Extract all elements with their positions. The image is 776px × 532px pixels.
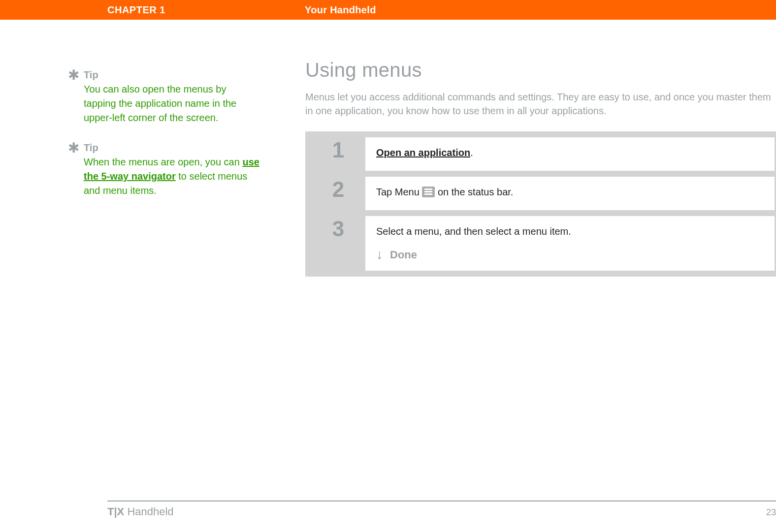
chapter-header: CHAPTER 1 Your Handheld [0, 0, 776, 20]
footer-product-bold: T|X [107, 505, 124, 518]
sidebar-tip: ✱ Tip When the menus are open, you can u… [84, 141, 261, 198]
step-row: 3 Select a menu, and then select a menu … [311, 216, 775, 271]
tip-text: You can also open the menus by tapping t… [84, 84, 236, 123]
tip-head: ✱ Tip [84, 141, 261, 155]
sidebar-tip: ✱ Tip You can also open the menus by tap… [84, 68, 261, 125]
step-number: 3 [332, 218, 344, 271]
step-row: 1 Open an application. [311, 137, 775, 171]
page-footer: T|X Handheld 23 [107, 501, 776, 518]
tip-text: When the menus are open, you can [84, 156, 242, 167]
step-text: Tap Menu [376, 187, 422, 197]
asterisk-icon: ✱ [68, 141, 79, 155]
step-number-cell: 2 [311, 177, 365, 210]
sidebar: ✱ Tip You can also open the menus by tap… [84, 68, 261, 214]
main-column: Using menus Menus let you access additio… [305, 59, 776, 277]
tip-label: Tip [84, 69, 98, 80]
footer-rule [107, 501, 776, 501]
footer-product: T|X Handheld [107, 505, 174, 518]
tip-body: When the menus are open, you can use the… [84, 155, 261, 198]
step-text: on the status bar. [438, 187, 513, 197]
step-number: 2 [332, 179, 344, 210]
arrow-down-icon: ↓ [376, 248, 383, 261]
step-row: 2 Tap Menu on the status bar. [311, 177, 775, 210]
chapter-topic: Your Handheld [305, 4, 376, 16]
step-body: Tap Menu on the status bar. [365, 177, 775, 207]
step-number-cell: 1 [311, 137, 365, 171]
step-number: 1 [332, 139, 344, 171]
step-body: Open an application. [365, 137, 775, 167]
menu-icon [422, 187, 435, 197]
step-body: Select a menu, and then select a menu it… [365, 216, 775, 271]
step-text: Select a menu, and then select a menu it… [376, 226, 571, 237]
chapter-label: CHAPTER 1 [107, 4, 165, 16]
tip-head: ✱ Tip [84, 68, 261, 82]
page-title: Using menus [305, 59, 776, 81]
step-text: . [470, 147, 473, 158]
done-label: Done [390, 249, 417, 261]
tip-body: You can also open the menus by tapping t… [84, 82, 261, 125]
done-row: ↓ Done [376, 248, 764, 262]
steps-box: 1 Open an application. 2 Tap Menu on the… [305, 131, 776, 277]
tip-label: Tip [84, 142, 98, 153]
step-number-cell: 3 [311, 216, 365, 271]
footer-product-rest: Handheld [124, 505, 173, 518]
asterisk-icon: ✱ [68, 68, 79, 82]
intro-paragraph: Menus let you access additional commands… [305, 90, 776, 118]
footer-page-number: 23 [766, 507, 776, 518]
step-link[interactable]: Open an application [376, 147, 470, 158]
footer-line: T|X Handheld 23 [107, 505, 776, 518]
